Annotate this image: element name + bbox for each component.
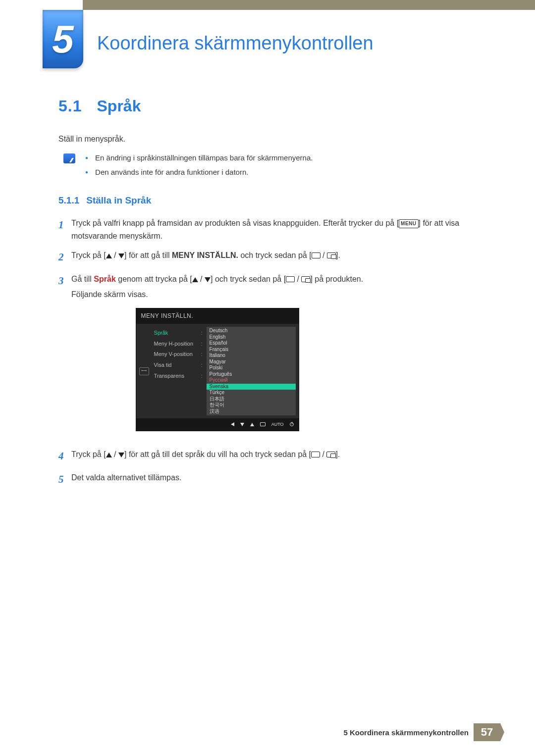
osd-lang-selected: Svenska bbox=[207, 384, 296, 390]
label: Meny V-position bbox=[154, 350, 193, 359]
step-1: 1 Tryck på valfri knapp på framsidan av … bbox=[58, 217, 490, 242]
label: Meny H-position bbox=[154, 340, 193, 349]
step-number: 3 bbox=[58, 273, 71, 441]
osd-menu-column: Språk: Meny H-position: Meny V-position:… bbox=[152, 326, 207, 416]
osd-lang: Français bbox=[207, 347, 296, 353]
step-text: Det valda alternativet tillämpas. bbox=[71, 471, 181, 488]
step-text: Tryck på [ / ] för att gå till det språk… bbox=[71, 448, 340, 465]
osd-lang: Русский bbox=[207, 377, 296, 384]
osd-menu-item: Transparens: bbox=[152, 371, 207, 382]
label: Visa tid bbox=[154, 361, 172, 370]
osd-menu-item: Meny V-position: bbox=[152, 349, 207, 360]
osd-lang: Italiano bbox=[207, 353, 296, 359]
t: Gå till bbox=[71, 275, 94, 283]
menu-button-icon: MENU bbox=[399, 219, 418, 228]
osd-lang: Magyar bbox=[207, 359, 296, 365]
keyword: Språk bbox=[94, 275, 115, 283]
osd-menu-item: Visa tid: bbox=[152, 360, 207, 371]
page-footer: 5 Koordinera skärmmenykontrollen 57 bbox=[0, 723, 535, 741]
osd-lang: English bbox=[207, 334, 296, 341]
back-icon bbox=[231, 422, 234, 426]
bullet-icon: ● bbox=[85, 155, 88, 160]
page-number-badge: 57 bbox=[474, 723, 500, 741]
osd-category-icon: ⟷ bbox=[136, 326, 152, 416]
page-content: 5.1Språk Ställ in menyspråk. ●En ändring… bbox=[58, 98, 490, 488]
footer-tip bbox=[500, 723, 504, 741]
t: ]. bbox=[335, 450, 340, 458]
note-icon bbox=[63, 153, 75, 163]
subsection-number: 5.1.1 bbox=[58, 195, 79, 205]
section-number: 5.1 bbox=[58, 97, 82, 115]
step-text: Tryck på valfri knapp på framsidan av pr… bbox=[71, 217, 490, 242]
step-4: 4 Tryck på [ / ] för att gå till det spr… bbox=[58, 448, 490, 465]
osd-header: MENY INSTÄLLN. bbox=[136, 308, 299, 324]
t: ] och tryck sedan på [ bbox=[211, 275, 286, 283]
osd-language-list: Deutsch English Español Français Italian… bbox=[207, 327, 296, 415]
osd-body: ⟷ Språk: Meny H-position: Meny V-positio… bbox=[136, 324, 299, 418]
intro-text: Ställ in menyspråk. bbox=[58, 135, 490, 144]
source-enter-icon: / bbox=[311, 450, 335, 458]
osd-lang: Türkçe bbox=[207, 390, 296, 396]
osd-lang: Polski bbox=[207, 365, 296, 371]
osd-lang: Deutsch bbox=[207, 328, 296, 334]
osd-lang: 汉语 bbox=[207, 408, 296, 415]
source-enter-icon: / bbox=[286, 275, 310, 283]
note-text: Den används inte för andra funktioner i … bbox=[95, 168, 248, 176]
osd-screenshot: MENY INSTÄLLN. ⟷ Språk: Meny H-position:… bbox=[136, 308, 299, 431]
step-2: 2 Tryck på [ / ] för att gå till MENY IN… bbox=[58, 249, 490, 266]
footer-text: 5 Koordinera skärmmenykontrollen bbox=[343, 723, 474, 741]
chapter-title: Koordinera skärmmenykontrollen bbox=[97, 33, 374, 68]
step-list: 1 Tryck på valfri knapp på framsidan av … bbox=[58, 217, 490, 488]
up-down-icon: / bbox=[192, 275, 211, 283]
top-accent-bar bbox=[44, 0, 535, 10]
up-icon bbox=[250, 423, 254, 426]
step-number: 5 bbox=[58, 471, 71, 488]
osd-lang: Português bbox=[207, 371, 296, 378]
t: Tryck på [ bbox=[71, 251, 106, 259]
step-5: 5 Det valda alternativet tillämpas. bbox=[58, 471, 490, 488]
label: Språk bbox=[154, 329, 168, 338]
note-line: ●Den används inte för andra funktioner i… bbox=[85, 168, 490, 176]
osd-menu-item-active: Språk: bbox=[152, 328, 207, 339]
t: Tryck på valfri knapp på framsidan av pr… bbox=[71, 219, 399, 227]
footer-pad bbox=[504, 723, 535, 741]
source-enter-icon: / bbox=[312, 251, 336, 259]
step-number: 1 bbox=[58, 217, 71, 242]
osd-lang: 日本語 bbox=[207, 396, 296, 403]
step-number: 4 bbox=[58, 448, 71, 465]
t: Tryck på [ bbox=[71, 450, 106, 458]
step-number: 2 bbox=[58, 249, 71, 266]
step-text: Tryck på [ / ] för att gå till MENY INST… bbox=[71, 249, 340, 266]
subsection-title: 5.1.1Ställa in Språk bbox=[58, 195, 490, 206]
section-title: 5.1Språk bbox=[58, 98, 490, 114]
chapter-header: 5 Koordinera skärmmenykontrollen bbox=[0, 10, 535, 68]
note-lines: ●En ändring i språkinställningen tillämp… bbox=[85, 153, 490, 182]
label: Transparens bbox=[154, 372, 184, 381]
power-icon bbox=[290, 422, 294, 426]
t: genom att trycka på [ bbox=[116, 275, 192, 283]
note-line: ●En ändring i språkinställningen tillämp… bbox=[85, 153, 490, 162]
t: ]. bbox=[336, 251, 340, 259]
t: ] för att gå till det språk du vill ha o… bbox=[124, 450, 311, 458]
note-block: ●En ändring i språkinställningen tillämp… bbox=[58, 153, 490, 182]
down-icon bbox=[240, 423, 244, 426]
up-down-icon: / bbox=[106, 450, 124, 458]
osd-menu-item: Meny H-position: bbox=[152, 339, 207, 350]
bullet-icon: ● bbox=[85, 169, 88, 175]
section-name: Språk bbox=[97, 97, 141, 115]
up-down-icon: / bbox=[106, 251, 124, 259]
t: och tryck sedan på [ bbox=[238, 251, 312, 259]
t: ] på produkten. bbox=[310, 275, 363, 283]
auto-label: AUTO bbox=[271, 421, 284, 428]
note-text: En ändring i språkinställningen tillämpa… bbox=[95, 153, 313, 162]
osd-footer: AUTO bbox=[136, 418, 299, 430]
enter-icon bbox=[260, 422, 266, 426]
chapter-number-tab: 5 bbox=[43, 10, 83, 68]
step-3: 3 Gå till Språk genom att trycka på [ / … bbox=[58, 273, 490, 441]
t: Följande skärm visas. bbox=[71, 290, 148, 299]
step-text: Gå till Språk genom att trycka på [ / ] … bbox=[71, 273, 363, 441]
bold-label: MENY INSTÄLLN. bbox=[172, 251, 238, 259]
t: ] för att gå till bbox=[124, 251, 172, 259]
osd-lang: 한국어 bbox=[207, 402, 296, 408]
osd-lang: Español bbox=[207, 340, 296, 347]
